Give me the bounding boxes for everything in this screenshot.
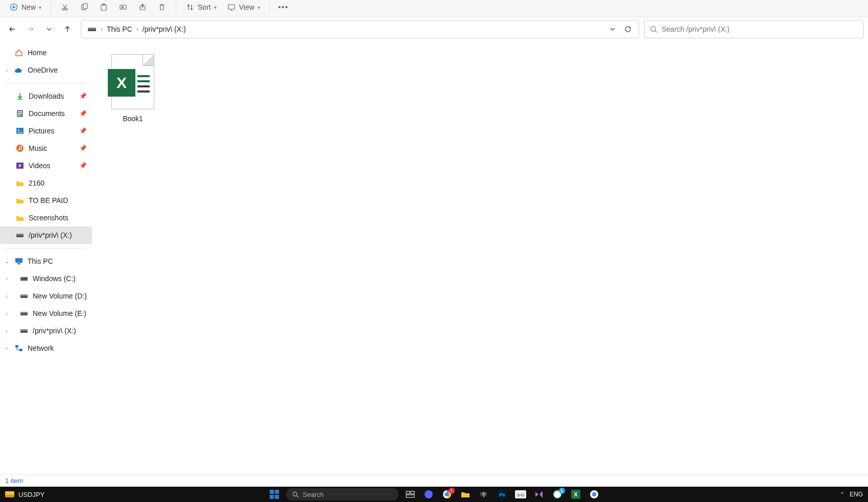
sidebar-item-drive[interactable]: /priv*priv\ (X:)	[0, 226, 92, 244]
up-button[interactable]	[59, 21, 76, 37]
paste-button[interactable]	[95, 0, 112, 14]
expand-icon[interactable]: ›	[3, 328, 10, 334]
copy-button[interactable]	[76, 0, 93, 14]
tray-chevron-icon[interactable]: ⌃	[840, 491, 844, 498]
start-button[interactable]	[268, 489, 281, 500]
thispc-icon	[14, 257, 24, 266]
downloads-icon	[15, 92, 25, 101]
music-icon	[15, 144, 25, 153]
sidebar-item-music[interactable]: Music 📌	[0, 140, 92, 157]
collapse-icon[interactable]: ⌄	[3, 258, 10, 265]
file-item[interactable]: X Book1	[102, 51, 163, 126]
language-indicator[interactable]: ENG	[850, 491, 863, 498]
sidebar-drive-c[interactable]: › Windows (C:)	[0, 270, 92, 287]
svg-rect-43	[411, 491, 414, 494]
svg-text:S›G: S›G	[517, 493, 524, 497]
expand-icon[interactable]: ›	[3, 310, 10, 316]
svg-rect-16	[18, 115, 20, 115]
taskbar-app[interactable]: S›G	[514, 489, 527, 500]
sidebar-drive-e[interactable]: › New Volume (E:)	[0, 305, 92, 322]
badge-icon: 1	[559, 488, 565, 494]
search-box[interactable]	[644, 20, 864, 38]
taskbar-app[interactable]	[422, 489, 435, 500]
taskbar-app-excel[interactable]: X	[569, 489, 582, 500]
svg-point-41	[293, 492, 297, 496]
toolbar: New ▾ Sort ▾	[0, 0, 868, 17]
search-input[interactable]	[662, 25, 858, 33]
sidebar-item-videos[interactable]: Videos 📌	[0, 157, 92, 174]
address-dropdown[interactable]	[605, 21, 620, 37]
delete-button[interactable]	[153, 0, 171, 14]
recent-button[interactable]	[41, 21, 57, 37]
expand-icon[interactable]: ›	[3, 293, 10, 299]
svg-rect-24	[16, 234, 24, 235]
sidebar-item-documents[interactable]: Documents 📌	[0, 105, 92, 122]
sidebar-thispc[interactable]: ⌄ This PC	[0, 253, 92, 270]
taskbar-app-vs[interactable]	[532, 489, 546, 500]
breadcrumb-separator: ›	[135, 26, 139, 33]
view-button[interactable]: View ▾	[223, 0, 264, 14]
forward-button[interactable]	[22, 21, 39, 37]
sidebar-item-pictures[interactable]: Pictures 📌	[0, 122, 92, 140]
new-icon	[9, 3, 18, 12]
taskbar-search[interactable]: Search	[286, 488, 398, 500]
paste-icon	[99, 3, 108, 12]
rename-button[interactable]	[114, 0, 132, 14]
breadcrumb-item[interactable]: This PC	[104, 20, 135, 38]
svg-point-20	[18, 149, 20, 151]
new-button[interactable]: New ▾	[5, 0, 45, 14]
svg-rect-40	[275, 495, 279, 499]
sidebar-item-folder[interactable]: 2160	[0, 174, 92, 192]
expand-icon[interactable]: ›	[3, 276, 10, 282]
more-button[interactable]: •••	[275, 0, 292, 14]
address-bar[interactable]: › This PC › /priv*priv\ (X:)	[81, 20, 639, 38]
taskbar-app-chrome[interactable]: !	[440, 489, 454, 500]
share-button[interactable]	[134, 0, 151, 14]
svg-point-45	[425, 490, 433, 498]
svg-rect-15	[18, 113, 22, 113]
onedrive-icon	[14, 65, 24, 75]
pin-icon: 📌	[79, 110, 87, 117]
drive-icon	[84, 20, 100, 38]
pin-icon: 📌	[79, 93, 87, 100]
expand-icon[interactable]: ›	[3, 345, 10, 351]
chevron-down-icon: ▾	[257, 5, 260, 10]
videos-icon	[15, 161, 25, 170]
sort-button[interactable]: Sort ▾	[181, 0, 221, 14]
svg-rect-34	[20, 329, 28, 331]
new-label: New	[21, 3, 36, 11]
taskbar-app-chrome[interactable]	[588, 489, 601, 500]
toolbar-separator	[51, 1, 51, 12]
taskbar-left: USDJPY	[5, 491, 44, 498]
chevron-down-icon: ▾	[214, 5, 217, 10]
sidebar-item-folder[interactable]: Screenshots	[0, 209, 92, 226]
drive-icon	[19, 274, 29, 283]
chevron-down-icon: ▾	[39, 5, 41, 10]
taskbar-app[interactable]: 1	[551, 489, 564, 500]
taskbar-app[interactable]: 🕷	[477, 489, 490, 500]
search-icon	[650, 26, 658, 33]
sidebar-item-folder[interactable]: TO BE PAID	[0, 192, 92, 209]
file-pane[interactable]: X Book1	[92, 41, 868, 474]
taskbar-app-ps[interactable]: Ps	[496, 489, 509, 500]
svg-rect-25	[15, 258, 22, 263]
back-button[interactable]	[4, 21, 20, 37]
sidebar-item-downloads[interactable]: Downloads 📌	[0, 87, 92, 105]
sidebar-drive-d[interactable]: › New Volume (D:)	[0, 287, 92, 305]
sidebar-onedrive[interactable]: › OneDrive	[0, 61, 92, 79]
breadcrumb-item[interactable]: /priv*priv\ (X:)	[139, 20, 189, 38]
ticker-label[interactable]: USDJPY	[18, 491, 44, 498]
refresh-button[interactable]	[620, 21, 636, 37]
taskview-button[interactable]	[404, 489, 417, 500]
sidebar-drive-x[interactable]: › /priv*priv\ (X:)	[0, 322, 92, 339]
cut-button[interactable]	[56, 0, 74, 14]
sort-icon	[185, 3, 195, 12]
svg-rect-44	[406, 495, 414, 497]
sidebar-home[interactable]: Home	[0, 44, 92, 61]
svg-point-47	[445, 492, 449, 496]
taskbar-app-explorer[interactable]	[459, 489, 472, 500]
expand-icon[interactable]: ›	[3, 67, 10, 73]
share-icon	[138, 3, 147, 12]
svg-rect-38	[275, 490, 279, 494]
sidebar-network[interactable]: › Network	[0, 339, 92, 357]
